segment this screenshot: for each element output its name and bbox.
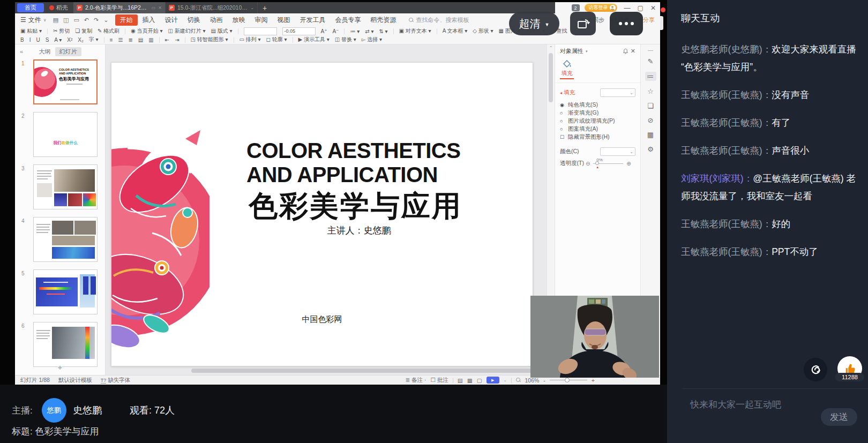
quick-access-icon[interactable]: ◫: [63, 17, 69, 24]
horizontal-scrollbar[interactable]: [191, 369, 534, 373]
slide-thumbnail-4[interactable]: [33, 217, 98, 262]
increase-icon[interactable]: ⊕: [626, 161, 631, 167]
message-sender[interactable]: 王敏燕老师(王敏燕)：: [681, 219, 772, 229]
fill-option[interactable]: ☐ 隐藏背景图形(H): [560, 133, 635, 141]
zoom-slider[interactable]: [550, 380, 587, 380]
stream-quality-button[interactable]: 超清 ▼: [509, 12, 559, 35]
slide-1[interactable]: COLOR AESTHETICS AND APPLICATION 色彩美学与应用…: [111, 62, 533, 366]
color-dropdown[interactable]: ⌄: [600, 147, 635, 156]
menu-tab[interactable]: 插入: [138, 14, 160, 26]
collapse-panel-icon[interactable]: «: [20, 48, 23, 55]
tab-home[interactable]: 首页: [17, 3, 44, 12]
send-button[interactable]: 发送: [821, 408, 857, 426]
layers-icon[interactable]: ❏: [647, 102, 654, 110]
play-slideshow-button[interactable]: ▶: [487, 377, 499, 384]
ribbon-item[interactable]: -0.05: [282, 27, 316, 35]
document-tab-active[interactable]: P 2.0-色彩美学与...16P220316 ▭ ✕: [73, 2, 166, 13]
ribbon-item[interactable]: ≡: [110, 37, 113, 43]
play-options-icon[interactable]: ⌄: [504, 378, 507, 382]
ribbon-item[interactable]: ▥: [148, 37, 153, 43]
fill-style-dropdown[interactable]: ⌄: [600, 88, 635, 97]
rotate-screen-button[interactable]: [570, 12, 596, 35]
notification-badge[interactable]: 2: [572, 4, 580, 11]
normal-view-icon[interactable]: ▤: [458, 377, 463, 384]
restrict-icon[interactable]: ⊘: [648, 116, 654, 124]
quick-access-icon[interactable]: ↷: [94, 17, 99, 24]
missing-font[interactable]: T? 缺失字体: [101, 377, 130, 384]
collapse-icon[interactable]: ◂: [560, 91, 562, 95]
zoom-in-button[interactable]: +: [592, 377, 595, 384]
ribbon-item[interactable]: ▻ 选择 ▾: [362, 36, 382, 43]
ribbon-item[interactable]: [238, 28, 238, 34]
file-menu[interactable]: ☰ 文件 ∨: [20, 16, 47, 25]
ribbon-item[interactable]: ☰: [118, 37, 123, 43]
ribbon-item[interactable]: S: [46, 37, 49, 43]
notes-toggle[interactable]: ≣ 备注 ·: [405, 377, 426, 384]
ribbon-item[interactable]: ◉ 当页开始 ▾: [131, 27, 162, 35]
ribbon-item[interactable]: [47, 28, 48, 34]
ribbon-item[interactable]: ▣ 对齐文本 ▾: [399, 27, 431, 35]
panel-handle[interactable]: [660, 16, 663, 30]
menu-tab[interactable]: 切换: [183, 14, 205, 26]
message-sender[interactable]: 王敏燕老师(王敏燕)：: [681, 89, 772, 100]
quick-access-icon[interactable]: ↶: [84, 17, 89, 24]
new-tab-button[interactable]: +: [258, 4, 272, 12]
ribbon-item[interactable]: ⇤: [165, 37, 169, 43]
message-sender[interactable]: 王敏燕老师(王敏燕)：: [681, 246, 772, 257]
zoom-out-button[interactable]: -: [543, 377, 545, 384]
tab-pin-icon[interactable]: ▭: [152, 5, 156, 10]
host-avatar[interactable]: 悠鹏: [42, 398, 66, 423]
ribbon-item[interactable]: A 文本框 ▾: [443, 27, 468, 35]
fill-option[interactable]: ◉ 纯色填充(S): [560, 101, 635, 109]
message-sender[interactable]: 王敏燕老师(王敏燕)：: [681, 145, 772, 156]
ribbon-item[interactable]: [234, 37, 234, 43]
ribbon-item[interactable]: B: [20, 37, 24, 43]
scroll-up-icon[interactable]: ⌃: [547, 46, 555, 50]
ribbon-item[interactable]: [244, 27, 277, 35]
zoom-level[interactable]: 106%: [525, 377, 540, 384]
ribbon-item[interactable]: A⁺: [321, 28, 327, 34]
quick-access-icon[interactable]: ▭: [73, 17, 79, 24]
ribbon-item[interactable]: X₂: [78, 37, 84, 43]
fill-option[interactable]: ○ 图片或纹理填充(P): [560, 117, 635, 125]
menu-tab[interactable]: 稻壳资源: [366, 14, 401, 26]
add-slide-button[interactable]: +: [15, 363, 105, 372]
slide-thumbnail-2[interactable]: 我们在做什么: [33, 112, 98, 157]
ribbon-item[interactable]: ◫ 新建幻灯片 ▾: [168, 27, 205, 35]
ribbon-item[interactable]: ⇅ ▾: [379, 28, 387, 34]
menu-tab[interactable]: 动画: [205, 14, 228, 26]
command-search[interactable]: 查找命令、搜索模板: [409, 16, 469, 24]
effects-icon[interactable]: ☆: [647, 87, 654, 95]
ribbon-item[interactable]: 字 ▾: [89, 36, 99, 43]
beautify-icon[interactable]: ✎: [648, 57, 654, 65]
reading-view-icon[interactable]: ▢: [477, 377, 482, 384]
more-options-button[interactable]: [610, 12, 643, 35]
message-sender[interactable]: 王敏燕老师(王敏燕)：: [681, 117, 772, 128]
ribbon-item[interactable]: [104, 37, 104, 43]
ribbon-item[interactable]: [185, 37, 185, 43]
restore-button[interactable]: ▢: [638, 4, 643, 12]
resize-handle-icon[interactable]: —: [648, 47, 653, 53]
ribbon-item[interactable]: X²: [67, 37, 72, 43]
document-tab[interactable]: P 15.0-浙江省院...细20201026 ⌄: [166, 2, 258, 13]
menu-tab[interactable]: 设计: [160, 14, 183, 26]
message-sender[interactable]: 刘家琪(刘家琪)：: [681, 173, 753, 184]
ribbon-item[interactable]: ▣ 粘贴 ▾: [20, 27, 42, 35]
guest-login-button[interactable]: 访客登录: [585, 4, 617, 12]
ribbon-item[interactable]: [344, 28, 345, 34]
comments-toggle[interactable]: ☐ 批注: [431, 377, 448, 384]
ribbon-item[interactable]: ≣: [128, 37, 132, 43]
slide-thumbnail-3[interactable]: [33, 164, 98, 209]
ribbon-item[interactable]: ▶ 演示工具 ▾: [298, 36, 330, 43]
minimize-button[interactable]: —: [624, 4, 631, 12]
ribbon-item[interactable]: ▭ 排列 ▾: [240, 36, 261, 43]
quick-access-icon[interactable]: ⌄: [103, 17, 108, 24]
properties-icon[interactable]: ≔: [645, 72, 656, 81]
fill-tab[interactable]: 填充: [560, 59, 574, 79]
settings-icon[interactable]: ⚙: [647, 145, 654, 153]
ribbon-item[interactable]: A ▾: [54, 37, 62, 43]
ribbon-item[interactable]: [393, 28, 394, 34]
ribbon-item[interactable]: ✂ 剪切: [53, 27, 70, 35]
menu-tab[interactable]: 放映: [228, 14, 250, 26]
chat-input[interactable]: 快来和大家一起互动吧: [690, 399, 819, 411]
